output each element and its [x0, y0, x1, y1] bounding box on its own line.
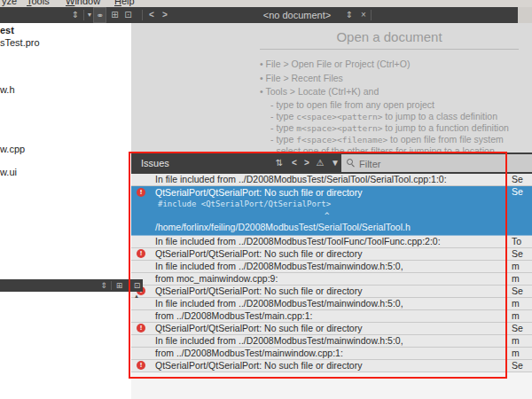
issue-file-column: m	[512, 348, 532, 359]
top-toolbar: ⇕ ▼ ⚭ ⊞ ⊡ < > <no document> ⇕ ×	[0, 7, 532, 23]
menu-item[interactable]: yze	[2, 0, 17, 6]
sidebar-split-header: ⇕ ⊞	[0, 279, 131, 292]
error-icon: !	[137, 324, 145, 332]
issue-text: QtSerialPort/QtSerialPort: No such file …	[131, 248, 532, 260]
error-icon: !	[137, 361, 145, 370]
tree-file-item[interactable]: w.ui	[0, 167, 17, 178]
issue-file-column: Se	[512, 360, 532, 372]
project-tree-sidebar: est sTest.pro w.h w.cpp w.ui ⇕ ⊞	[0, 23, 131, 399]
tree-file-item[interactable]: est	[0, 25, 14, 36]
go-forward-icon[interactable]: >	[160, 7, 170, 23]
split-pane-icon[interactable]: ⊞	[113, 279, 125, 292]
show-warnings-icon[interactable]: ⚠	[313, 153, 327, 174]
issue-file-column: m	[512, 335, 532, 347]
issue-file-column: Se	[512, 323, 532, 334]
document-combo-arrows-icon[interactable]: ⇕	[344, 7, 355, 23]
issue-file-column: m	[512, 298, 532, 309]
issue-file-column: Se	[512, 186, 532, 198]
issue-text: from ../D2008ModbusTest/main.cpp:1:	[131, 310, 532, 322]
issue-row[interactable]: ! from ../D2008ModbusTest/mainwindow.cpp…	[131, 348, 532, 360]
issue-text: In file included from ../D2008ModbusTest…	[131, 261, 532, 272]
issue-row[interactable]: ! from ../D2008ModbusTest/main.cpp:1: m	[131, 310, 532, 323]
filter-issues-icon[interactable]: ▼	[329, 153, 341, 174]
issue-row[interactable]: ! In file included from ../D2008ModbusTe…	[131, 261, 532, 273]
help-hint: - type f<space><filename> to open file f…	[260, 134, 519, 145]
issue-row[interactable]: ! from moc_mainwindow.cpp:9: m	[131, 273, 532, 286]
issue-text: In file included from ../D2008ModbusTest…	[131, 298, 532, 309]
issues-panel: Issues ⇅ < > ⚠ ▼ ! In file included from…	[131, 153, 532, 399]
issue-text: from ../D2008ModbusTest/mainwindow.cpp:1…	[131, 348, 532, 359]
go-back-icon[interactable]: <	[146, 7, 157, 23]
next-issue-icon[interactable]: >	[301, 153, 312, 174]
issues-filter-box	[341, 154, 532, 172]
close-pane-icon[interactable]: ⊡	[131, 279, 143, 292]
issue-row[interactable]: ! In file included from ../D2008ModbusTe…	[131, 236, 532, 248]
help-hint: - type to open file from any open projec…	[260, 99, 519, 111]
menu-item[interactable]: Tools	[27, 0, 50, 6]
issue-text: QtSerialPort/QtSerialPort: No such file …	[131, 360, 532, 372]
issue-text: In file included from ../D2008ModbusTest…	[131, 335, 532, 347]
close-document-icon[interactable]: ×	[358, 7, 369, 23]
sync-with-editor-icon[interactable]: ⚭	[93, 7, 106, 23]
issue-message: QtSerialPort/QtSerialPort: No such file …	[131, 187, 532, 199]
error-icon: !	[137, 188, 145, 197]
issue-row[interactable]: ! In file included from ../D2008ModbusTe…	[131, 298, 532, 310]
sort-issues-icon[interactable]: ⇅	[273, 153, 286, 174]
close-sidebar-icon[interactable]: ⊡	[122, 7, 134, 23]
issue-file-column: m	[512, 261, 532, 272]
issue-file-column: Se	[512, 174, 532, 185]
help-hint: - type c<space><pattern> to jump to a cl…	[260, 111, 519, 122]
issues-panel-title: Issues	[141, 153, 169, 174]
error-icon: !	[137, 249, 145, 258]
issues-filter-input[interactable]	[357, 154, 529, 174]
issue-file-column: m	[512, 310, 532, 322]
issue-file-path: /home/forlinx/feiling/D2008ModbusTest/Se…	[131, 222, 532, 233]
tree-file-item[interactable]: w.cpp	[0, 144, 25, 155]
help-bullet: • File > Recent Files	[260, 72, 519, 86]
issue-row[interactable]: ! QtSerialPort/QtSerialPort: No such fil…	[131, 286, 532, 298]
issue-text: QtSerialPort/QtSerialPort: No such file …	[131, 286, 532, 297]
no-document-pane: Open a document • File > Open File or Pr…	[131, 23, 532, 153]
menu-bar: yze Tools Window Help	[0, 0, 532, 7]
issue-row[interactable]: ! In file included from ../D2008ModbusTe…	[131, 174, 532, 186]
issues-panel-header: Issues ⇅ < > ⚠ ▼	[131, 153, 532, 174]
open-document-title: Open a document	[260, 27, 519, 50]
issue-text: In file included from ../D2008ModbusTest…	[131, 236, 532, 247]
toolbar-right-strip	[518, 7, 532, 23]
issue-text: QtSerialPort/QtSerialPort: No such file …	[131, 323, 532, 334]
tree-file-item[interactable]: sTest.pro	[0, 37, 40, 49]
scrollbar-up-icon[interactable]: ▲	[131, 293, 142, 300]
help-hint: - type m<space><pattern> to jump to a fu…	[260, 122, 519, 134]
open-document-bullets: • File > Open File or Project (Ctrl+O) •…	[260, 58, 519, 99]
toolbar-separator	[142, 10, 143, 20]
issue-row[interactable]: ! In file included from ../D2008ModbusTe…	[131, 335, 532, 348]
help-bullet: • File > Open File or Project (Ctrl+O)	[260, 58, 519, 72]
open-document-help: Open a document • File > Open File or Pr…	[260, 27, 519, 153]
issue-text: In file included from ../D2008ModbusTest…	[131, 174, 532, 185]
issue-row[interactable]: ! QtSerialPort/QtSerialPort: No such fil…	[131, 323, 532, 335]
qt-creator-window: yze Tools Window Help ⇕ ▼ ⚭ ⊞ ⊡ < > <no …	[0, 0, 532, 399]
help-hint: - select one of the other filters for ju…	[260, 145, 519, 153]
issue-row[interactable]: ! QtSerialPort/QtSerialPort: No such fil…	[131, 186, 532, 236]
issue-row[interactable]: ! QtSerialPort/QtSerialPort: No such fil…	[131, 360, 532, 372]
pane-combo-arrows-icon[interactable]: ⇕	[98, 279, 109, 292]
issue-file-column: Se	[512, 286, 532, 297]
menu-item[interactable]: Help	[114, 0, 135, 6]
sidebar-combo-arrows-icon[interactable]: ⇕	[70, 7, 81, 23]
tree-file-item[interactable]: w.h	[0, 84, 15, 96]
toolbar-separator	[83, 10, 84, 20]
issue-detail: QtSerialPort/QtSerialPort: No such file …	[131, 186, 532, 233]
issue-file-column: Se	[512, 248, 532, 260]
issue-file-column: To	[512, 236, 532, 247]
issue-file-column: m	[512, 273, 532, 285]
previous-issue-icon[interactable]: <	[289, 153, 300, 174]
issue-text: from moc_mainwindow.cpp:9:	[131, 273, 532, 285]
menu-item[interactable]: Window	[66, 0, 100, 6]
toolbar-separator	[111, 281, 112, 290]
locate-hints: - type to open file from any open projec…	[260, 99, 519, 153]
issues-list: ! In file included from ../D2008ModbusTe…	[131, 174, 532, 399]
search-icon	[347, 159, 353, 165]
help-bullet: • Tools > Locate (Ctrl+K) and	[260, 85, 519, 99]
split-sidebar-icon[interactable]: ⊞	[109, 7, 121, 23]
issue-row[interactable]: ! QtSerialPort/QtSerialPort: No such fil…	[131, 248, 532, 261]
